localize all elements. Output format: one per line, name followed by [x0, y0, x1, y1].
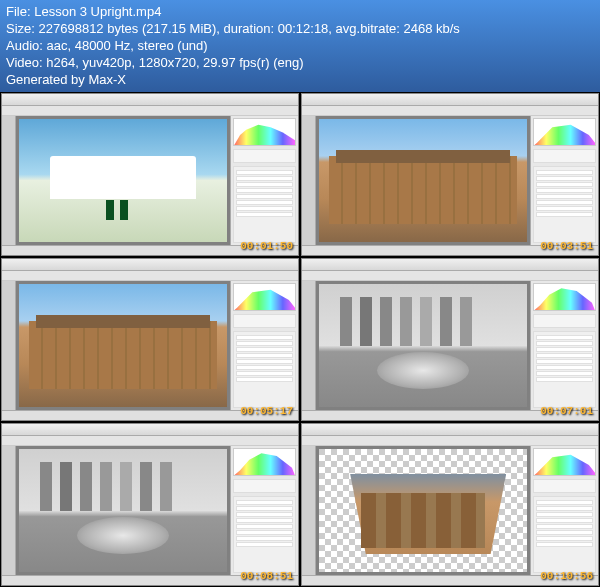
histogram-panel [233, 118, 296, 146]
right-panels [530, 446, 598, 575]
video-line: Video: h264, yuv420p, 1280x720, 29.97 fp… [6, 55, 594, 72]
timestamp-overlay: 00:10:56 [540, 570, 593, 582]
app-window [2, 259, 298, 420]
tool-palette [302, 281, 316, 410]
toolbar [2, 436, 298, 446]
canvas-image [19, 119, 227, 242]
canvas-area [316, 281, 530, 410]
timestamp-overlay: 00:03:51 [540, 240, 593, 252]
app-window [302, 259, 598, 420]
tool-palette [2, 446, 16, 575]
titlebar [2, 424, 298, 436]
canvas-image [19, 284, 227, 407]
app-window [302, 424, 598, 585]
histogram-panel [533, 448, 596, 476]
canvas-area [16, 446, 230, 575]
histogram-panel [233, 283, 296, 311]
app-window [2, 94, 298, 255]
canvas-image [319, 119, 527, 242]
canvas-image [319, 449, 527, 572]
titlebar [302, 259, 598, 271]
titlebar [2, 259, 298, 271]
titlebar [302, 94, 598, 106]
app-window [2, 424, 298, 585]
panel-section [533, 149, 596, 163]
panel-section [233, 479, 296, 493]
panel-section [233, 149, 296, 163]
adjustment-controls [533, 331, 596, 408]
right-panels [230, 281, 298, 410]
right-panels [230, 116, 298, 245]
canvas-area [316, 446, 530, 575]
thumbnail-5[interactable]: 00:08:51 [1, 423, 299, 586]
histogram-panel [533, 283, 596, 311]
toolbar [302, 106, 598, 116]
right-panels [530, 281, 598, 410]
tool-palette [302, 446, 316, 575]
thumbnail-6[interactable]: 00:10:56 [301, 423, 599, 586]
generated-by-line: Generated by Max-X [6, 72, 594, 89]
canvas-image [319, 284, 527, 407]
adjustment-controls [533, 166, 596, 243]
thumbnail-3[interactable]: 00:05:17 [1, 258, 299, 421]
panel-section [233, 314, 296, 328]
tool-palette [2, 116, 16, 245]
canvas-area [16, 281, 230, 410]
toolbar [2, 271, 298, 281]
thumbnail-4[interactable]: 00:07:01 [301, 258, 599, 421]
adjustment-controls [233, 496, 296, 573]
audio-line: Audio: aac, 48000 Hz, stereo (und) [6, 38, 594, 55]
file-line: File: Lesson 3 Upright.mp4 [6, 4, 594, 21]
panel-section [533, 479, 596, 493]
thumbnail-2[interactable]: 00:03:51 [301, 93, 599, 256]
adjustment-controls [233, 166, 296, 243]
thumbnail-grid: 00:01:50 00: [0, 92, 600, 587]
right-panels [230, 446, 298, 575]
thumbnail-1[interactable]: 00:01:50 [1, 93, 299, 256]
adjustment-controls [233, 331, 296, 408]
tool-palette [2, 281, 16, 410]
timestamp-overlay: 00:08:51 [240, 570, 293, 582]
timestamp-overlay: 00:01:50 [240, 240, 293, 252]
canvas-area [316, 116, 530, 245]
toolbar [302, 271, 598, 281]
adjustment-controls [533, 496, 596, 573]
panel-section [533, 314, 596, 328]
right-panels [530, 116, 598, 245]
canvas-image [19, 449, 227, 572]
size-line: Size: 227698812 bytes (217.15 MiB), dura… [6, 21, 594, 38]
timestamp-overlay: 00:05:17 [240, 405, 293, 417]
file-info-banner: File: Lesson 3 Upright.mp4 Size: 2276988… [0, 0, 600, 92]
toolbar [2, 106, 298, 116]
titlebar [302, 424, 598, 436]
histogram-panel [533, 118, 596, 146]
timestamp-overlay: 00:07:01 [540, 405, 593, 417]
toolbar [302, 436, 598, 446]
histogram-panel [233, 448, 296, 476]
tool-palette [302, 116, 316, 245]
canvas-area [16, 116, 230, 245]
titlebar [2, 94, 298, 106]
app-window [302, 94, 598, 255]
